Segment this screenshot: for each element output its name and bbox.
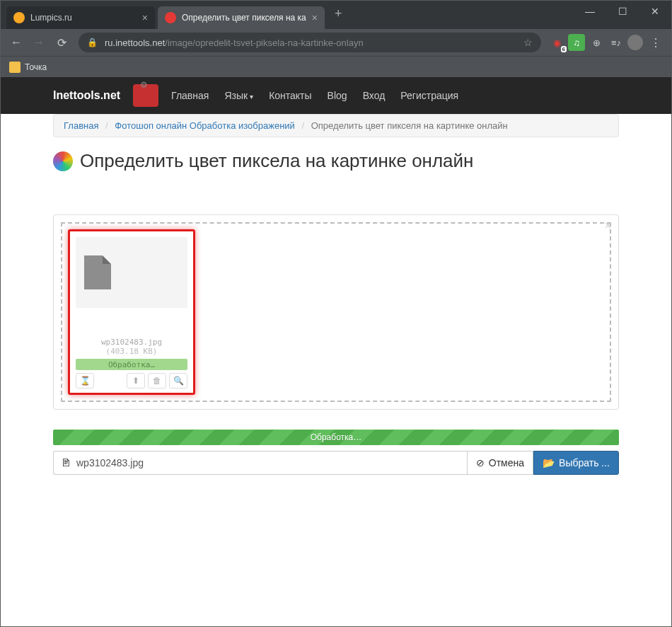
nav-reload-button[interactable]: ⟳ xyxy=(52,33,71,52)
zoom-icon[interactable]: 🔍 xyxy=(169,373,187,389)
breadcrumb: Главная / Фотошоп онлайн Обработка изобр… xyxy=(53,114,619,137)
url-text: ru.inettools.net/image/opredelit-tsvet-p… xyxy=(105,38,523,48)
browser-titlebar: Lumpics.ru × Определить цвет пикселя на … xyxy=(1,1,671,29)
panel-close-icon[interactable]: × xyxy=(605,219,611,232)
cancel-label: Отмена xyxy=(489,457,524,468)
extension-music-icon[interactable]: ♫ xyxy=(568,34,585,51)
hourglass-icon[interactable]: ⌛ xyxy=(76,373,94,389)
profile-avatar[interactable] xyxy=(627,35,643,50)
file-input-value: wp3102483.jpg xyxy=(76,457,144,468)
address-bar[interactable]: 🔒 ru.inettools.net/image/opredelit-tsvet… xyxy=(79,33,541,52)
file-name: wp3102483.jpg xyxy=(101,338,162,347)
folder-open-icon: 📂 xyxy=(543,457,555,468)
file-icon: 🖹 xyxy=(61,457,71,468)
tab-title: Lumpics.ru xyxy=(30,13,137,23)
upload-dropzone[interactable]: wp3102483.jpg (403.18 KB) Обработка… ⌛ ⬆… xyxy=(61,222,611,402)
file-card: wp3102483.jpg (403.18 KB) Обработка… ⌛ ⬆… xyxy=(68,229,195,395)
tab-title: Определить цвет пикселя на ка xyxy=(182,13,306,23)
bookmark-label: Точка xyxy=(25,62,47,72)
toolbox-icon xyxy=(133,84,158,107)
page-title: Определить цвет пиксела на картинке онла… xyxy=(53,150,619,172)
favicon-icon xyxy=(165,12,176,23)
lock-icon: 🔒 xyxy=(87,38,98,47)
breadcrumb-home[interactable]: Главная xyxy=(64,120,98,131)
breadcrumb-category[interactable]: Фотошоп онлайн Обработка изображений xyxy=(115,120,294,131)
file-size: (403.18 KB) xyxy=(106,347,158,356)
cancel-button[interactable]: ⊘ Отмена xyxy=(467,451,533,475)
extension-adblock-icon[interactable]: ◉6 xyxy=(548,34,565,51)
select-label: Выбрать ... xyxy=(559,457,610,468)
close-tab-icon[interactable]: × xyxy=(142,12,148,23)
breadcrumb-current: Определить цвет пикселя на картинке онла… xyxy=(311,120,508,131)
upload-progress-bar: Обработка… xyxy=(53,430,619,445)
progress-status: Обработка… xyxy=(311,432,362,442)
nav-forward-button[interactable]: → xyxy=(29,33,49,52)
bookmarks-bar: Точка xyxy=(1,56,671,77)
site-header: Inettools.net Главная Язык▾ Контакты Blo… xyxy=(1,77,671,114)
browser-tab-0[interactable]: Lumpics.ru × xyxy=(6,6,155,29)
browser-tab-1[interactable]: Определить цвет пикселя на ка × xyxy=(158,6,325,29)
nav-contacts[interactable]: Контакты xyxy=(269,90,311,101)
delete-icon[interactable]: 🗑 xyxy=(148,373,166,389)
file-action-row: ⌛ ⬆ 🗑 🔍 xyxy=(76,373,187,389)
site-brand[interactable]: Inettools.net xyxy=(53,89,120,102)
upload-panel: × wp3102483.jpg (403.18 KB) Обработка… ⌛… xyxy=(53,214,619,410)
color-wheel-icon xyxy=(53,151,73,171)
page-heading: Определить цвет пиксела на картинке онла… xyxy=(80,150,473,172)
nav-register[interactable]: Регистрация xyxy=(400,90,458,101)
folder-icon xyxy=(9,62,21,73)
nav-blog[interactable]: Blog xyxy=(328,90,347,101)
extension-list-icon[interactable]: ≡♪ xyxy=(608,34,625,51)
page-viewport[interactable]: Inettools.net Главная Язык▾ Контакты Blo… xyxy=(1,77,671,627)
nav-language[interactable]: Язык▾ xyxy=(224,90,253,101)
window-close-button[interactable]: ✕ xyxy=(639,1,671,22)
nav-home[interactable]: Главная xyxy=(171,90,209,101)
extension-globe-icon[interactable]: ⊕ xyxy=(588,34,605,51)
cancel-icon: ⊘ xyxy=(476,457,485,468)
nav-login[interactable]: Вход xyxy=(363,90,386,101)
upload-action-icon[interactable]: ⬆ xyxy=(127,373,145,389)
file-input[interactable]: 🖹 wp3102483.jpg xyxy=(53,451,467,475)
favicon-icon xyxy=(13,12,25,23)
close-tab-icon[interactable]: × xyxy=(312,12,318,23)
bookmark-item[interactable]: Точка xyxy=(9,62,47,73)
browser-menu-button[interactable]: ⋮ xyxy=(646,33,666,52)
bookmark-star-icon[interactable]: ☆ xyxy=(523,37,533,48)
new-tab-button[interactable]: + xyxy=(328,6,349,21)
select-file-button[interactable]: 📂 Выбрать ... xyxy=(533,451,619,475)
nav-back-button[interactable]: ← xyxy=(6,33,26,52)
chevron-down-icon: ▾ xyxy=(250,93,253,100)
window-minimize-button[interactable]: — xyxy=(574,1,606,22)
site-nav: Главная Язык▾ Контакты Blog Вход Регистр… xyxy=(171,90,458,101)
file-icon xyxy=(84,255,111,289)
file-input-row: 🖹 wp3102483.jpg ⊘ Отмена 📂 Выбрать ... xyxy=(53,451,619,475)
file-preview xyxy=(76,237,187,308)
window-maximize-button[interactable]: ☐ xyxy=(606,1,639,22)
file-card-progress: Обработка… xyxy=(76,359,187,370)
browser-toolbar: ← → ⟳ 🔒 ru.inettools.net/image/opredelit… xyxy=(1,29,671,56)
